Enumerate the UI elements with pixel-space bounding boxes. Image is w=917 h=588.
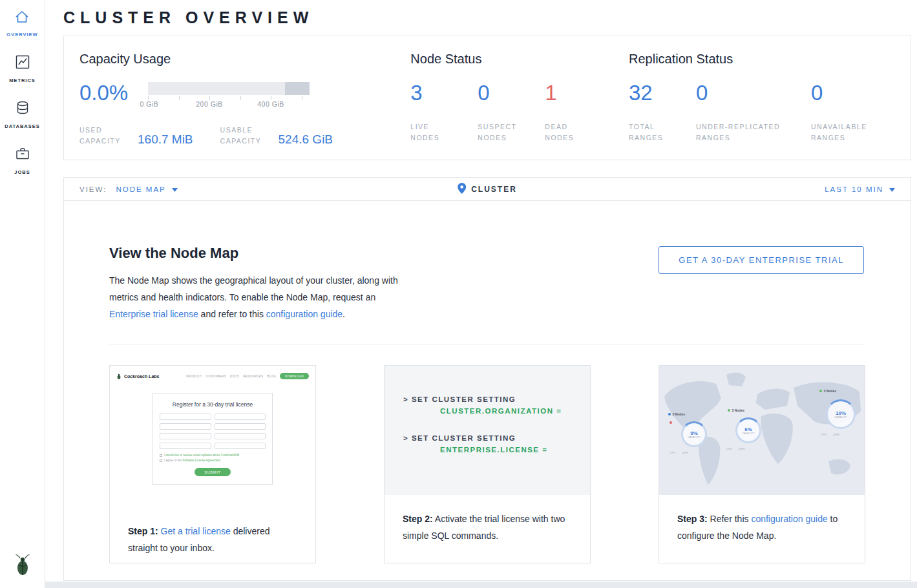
sidebar-label-databases: DATABASES: [5, 123, 40, 129]
total-ranges-value: 32: [629, 81, 696, 105]
cluster-summary-card: Capacity Usage 0.0% 0 GiB 200 GiB 400 Gi…: [63, 36, 911, 160]
replication-status-section: Replication Status 32 TOTAL RANGES 0 UND…: [629, 52, 895, 160]
metrics-icon: [14, 54, 31, 73]
chevron-down-icon: [172, 185, 178, 193]
node-status-section: Node Status 3 LIVE NODES 0 SUSPECT NODES…: [410, 52, 629, 160]
under-replicated-value: 0: [696, 81, 811, 105]
capacity-usage-section: Capacity Usage 0.0% 0 GiB 200 GiB 400 Gi…: [79, 52, 410, 160]
live-nodes-label: LIVE NODES: [410, 121, 456, 143]
step-2-caption: Step 2: Activate the trial license with …: [385, 495, 590, 544]
capacity-donut-3: 10% CAPACITY: [826, 399, 856, 429]
page-background-strip: [45, 582, 917, 588]
suspect-nodes-label: SUSPECT NODES: [478, 121, 523, 143]
dead-nodes-stat: 1 DEAD NODES: [545, 81, 612, 143]
sidebar: OVERVIEW METRICS DATABASES JOBS: [0, 0, 45, 588]
mini-download-button: DOWNLOAD: [280, 373, 309, 379]
dead-nodes-value: 1: [545, 81, 612, 105]
unavailable-ranges-value: 0: [811, 81, 895, 105]
step-3-card: 3 Nodes 9% CAPACITY CPUQPS 3 Nodes 6%: [659, 365, 865, 563]
dead-nodes-label: DEAD NODES: [545, 121, 584, 143]
mini-submit-button: SUBMIT: [195, 468, 231, 476]
databases-icon: [14, 100, 31, 119]
live-nodes-value: 3: [410, 81, 478, 105]
capacity-usage-title: Capacity Usage: [79, 52, 410, 67]
under-replicated-stat: 0 UNDER-REPLICATED RANGES: [696, 81, 811, 143]
page-title: CLUSTER OVERVIEW: [63, 0, 911, 27]
node-locality-chip: 3 Nodes: [728, 408, 744, 412]
capacity-gauge: 0 GiB 200 GiB 400 GiB: [148, 82, 310, 105]
configuration-guide-link[interactable]: configuration guide: [751, 514, 827, 524]
mini-register-form: Register for a 30-day trial license I wo…: [153, 393, 273, 485]
chevron-down-icon: [889, 185, 895, 193]
node-metrics: CPUQPS: [669, 451, 688, 454]
step-1-card: Cockroach Labs PRODUCT CUSTOMERS DOCS RE…: [109, 365, 316, 563]
node-map-panel: View the Node Map The Node Map shows the…: [63, 200, 911, 581]
usable-capacity-label: USABLE CAPACITY: [220, 125, 275, 147]
main-content: CLUSTER OVERVIEW Capacity Usage 0.0% 0 G…: [45, 0, 917, 588]
cockroach-labs-logo-icon: [14, 553, 31, 579]
view-selector[interactable]: NODE MAP: [116, 185, 177, 193]
sidebar-label-metrics: METRICS: [9, 78, 36, 83]
step-1-caption: Step 1: Get a trial license delivered st…: [110, 507, 315, 556]
capacity-donut-1: 9% CAPACITY: [681, 421, 707, 447]
sidebar-item-metrics[interactable]: METRICS: [9, 54, 36, 83]
locality-breadcrumb: CLUSTER: [458, 183, 517, 196]
used-capacity-label: USED CAPACITY: [79, 125, 134, 147]
node-status-title: Node Status: [410, 52, 629, 67]
configuration-guide-link[interactable]: configuration guide: [266, 309, 343, 319]
gauge-tick-0: 0 GiB: [140, 100, 159, 108]
node-map-preview: 3 Nodes 9% CAPACITY CPUQPS 3 Nodes 6%: [659, 366, 865, 495]
node-locality-chip: 3 Nodes: [819, 389, 836, 393]
gauge-tick-400: 400 GiB: [257, 100, 284, 108]
get-trial-license-link[interactable]: Get a trial license: [161, 526, 231, 536]
view-bar: VIEW: NODE MAP CLUSTER LAST 10 MIN: [63, 177, 911, 201]
mini-brand-text: Cockroach Labs: [124, 374, 159, 379]
sidebar-label-jobs: JOBS: [14, 169, 30, 175]
replication-status-title: Replication Status: [629, 52, 895, 67]
node-metrics: CPUQPS: [726, 447, 745, 450]
view-label: VIEW:: [79, 185, 107, 193]
time-range-selector[interactable]: LAST 10 MIN: [825, 185, 895, 193]
total-ranges-label: TOTAL RANGES: [629, 121, 674, 143]
suspect-nodes-value: 0: [478, 81, 545, 105]
gauge-tick-200: 200 GiB: [196, 100, 222, 108]
sidebar-item-overview[interactable]: OVERVIEW: [6, 9, 37, 37]
usable-capacity-value: 524.6 GiB: [279, 132, 333, 147]
live-nodes-stat: 3 LIVE NODES: [410, 81, 478, 143]
sidebar-label-overview: OVERVIEW: [6, 32, 37, 37]
step-3-caption: Step 3: Refer this configuration guide t…: [659, 495, 865, 544]
node-locality-chip: 3 Nodes: [668, 412, 685, 416]
suspect-nodes-stat: 0 SUSPECT NODES: [478, 81, 545, 143]
unavailable-ranges-label: UNAVAILABLE RANGES: [811, 121, 882, 143]
unavailable-ranges-stat: 0 UNAVAILABLE RANGES: [811, 81, 895, 143]
capacity-percent: 0.0%: [79, 81, 148, 105]
capacity-donut-2: 6% CAPACITY: [735, 417, 761, 443]
total-ranges-stat: 32 TOTAL RANGES: [629, 81, 696, 143]
node-map-description: The Node Map shows the geographical layo…: [109, 272, 413, 322]
enterprise-trial-button[interactable]: GET A 30-DAY ENTERPRISE TRIAL: [659, 246, 864, 274]
used-capacity-value: 160.7 MiB: [138, 132, 193, 147]
enterprise-trial-license-link[interactable]: Enterprise trial license: [109, 309, 198, 319]
jobs-icon: [14, 145, 31, 165]
sidebar-item-databases[interactable]: DATABASES: [5, 100, 40, 129]
sql-commands-block: > SET CLUSTER SETTING CLUSTER.ORGANIZATI…: [385, 366, 590, 495]
dead-node-dot: [669, 421, 672, 424]
step-2-card: > SET CLUSTER SETTING CLUSTER.ORGANIZATI…: [384, 365, 591, 563]
location-pin-icon: [458, 183, 466, 196]
cockroach-mini-logo-icon: [116, 370, 121, 382]
node-metrics: CPUQPS: [821, 433, 839, 436]
registration-screenshot: Cockroach Labs PRODUCT CUSTOMERS DOCS RE…: [110, 366, 315, 507]
mini-form-title: Register for a 30-day trial license: [160, 401, 266, 408]
home-icon: [14, 9, 30, 27]
under-replicated-label: UNDER-REPLICATED RANGES: [696, 121, 805, 143]
mini-site-nav: PRODUCT CUSTOMERS DOCS RESOURCES BLOG DO…: [186, 373, 309, 379]
divider: [109, 344, 865, 344]
sidebar-item-jobs[interactable]: JOBS: [14, 145, 31, 175]
